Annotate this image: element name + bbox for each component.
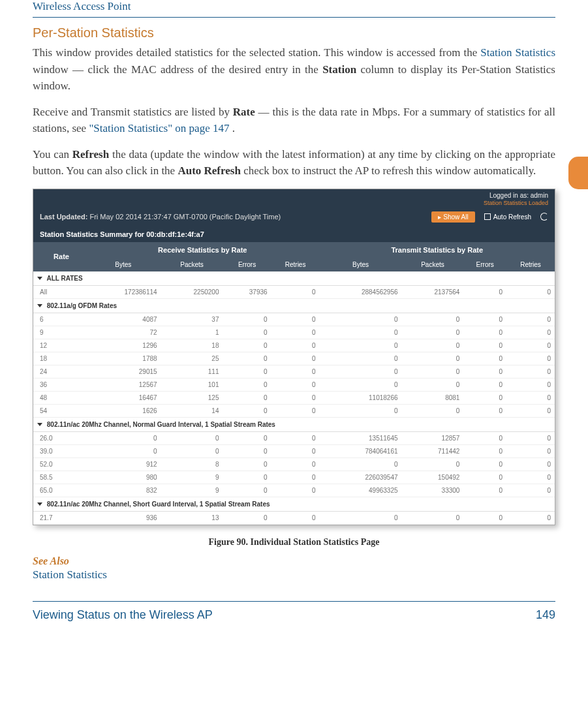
text: . — [232, 122, 235, 134]
collapse-icon — [37, 423, 42, 426]
cell-value: 125 — [161, 391, 223, 404]
cell-value: 13511645 — [320, 431, 402, 444]
cell-value: 0 — [271, 484, 320, 497]
figure-caption: Figure 90. Individual Station Statistics… — [33, 537, 555, 548]
cell-value: 0 — [463, 391, 506, 404]
cell-value: 2884562956 — [320, 285, 402, 298]
see-also-link[interactable]: Station Statistics — [33, 568, 555, 581]
checkbox-icon — [484, 213, 491, 220]
cell-value: 0 — [463, 404, 506, 417]
cell-value: 4087 — [85, 313, 161, 326]
cell-value: 0 — [223, 471, 271, 484]
link-station-statistics-page[interactable]: "Station Statistics" on page 147 — [89, 122, 229, 134]
cell-value: 0 — [223, 339, 271, 352]
cell-value: 0 — [85, 431, 161, 444]
cell-value: 0 — [320, 457, 402, 471]
cell-value: 0 — [223, 404, 271, 417]
last-updated-bar: Last Updated: Fri May 02 2014 21:37:47 G… — [33, 208, 555, 226]
cell-value: 0 — [506, 511, 555, 524]
table-row: 3612567101000000 — [33, 378, 555, 391]
col-errors-rx: Errors — [223, 258, 271, 271]
last-updated-value: Fri May 02 2014 21:37:47 GMT-0700 (Pacif… — [89, 213, 281, 221]
collapse-icon — [37, 503, 42, 506]
cell-value: 0 — [320, 511, 402, 524]
section-label: 802.11n/ac 20Mhz Channel, Short Guard In… — [45, 501, 270, 508]
cell-value: 0 — [271, 444, 320, 457]
running-header: Wireless Access Point — [33, 0, 555, 18]
col-errors-tx: Errors — [463, 258, 506, 271]
cell-value: 172386114 — [85, 285, 161, 298]
table-row: 65.0832900499633253330000 — [33, 484, 555, 497]
cell-value: 0 — [271, 365, 320, 378]
cell-value: 0 — [402, 511, 464, 524]
cell-value: 0 — [271, 471, 320, 484]
cell-value: 0 — [506, 404, 555, 417]
table-row: 52.09128000000 — [33, 457, 555, 471]
expand-icon: ▸ — [438, 213, 441, 221]
cell-rate: 52.0 — [33, 457, 85, 471]
table-row: 48164671250011018266808100 — [33, 391, 555, 404]
link-station-statistics[interactable]: Station Statistics — [480, 46, 555, 59]
toolbar-right: ▸ Show All Auto Refresh — [431, 211, 548, 223]
cell-value: 9 — [161, 484, 223, 497]
refresh-icon[interactable] — [540, 213, 548, 221]
cell-value: 0 — [271, 313, 320, 326]
cell-value: 0 — [320, 313, 402, 326]
table-row: 26.00000135116451285700 — [33, 431, 555, 444]
table-row: 54162614000000 — [33, 404, 555, 417]
paragraph-1: This window provides detailed statistics… — [33, 44, 555, 95]
cell-value: 0 — [506, 313, 555, 326]
cell-value: 13 — [161, 511, 223, 524]
cell-value: 150492 — [402, 471, 464, 484]
table-header: Rate Receive Statistics by Rate Transmit… — [33, 242, 555, 271]
table-row: 39.0000078406416171144200 — [33, 444, 555, 457]
table-section-header[interactable]: ALL RATES — [33, 271, 555, 286]
cell-value: 0 — [506, 431, 555, 444]
cell-value: 936 — [85, 511, 161, 524]
table-section-header[interactable]: 802.11n/ac 20Mhz Channel, Short Guard In… — [33, 497, 555, 511]
table-row: All1723861142250200379360288456295621375… — [33, 285, 555, 298]
cell-rate: 9 — [33, 326, 85, 339]
cell-value: 0 — [271, 285, 320, 298]
cell-rate: 12 — [33, 339, 85, 352]
cell-value: 0 — [463, 352, 506, 365]
collapse-icon — [37, 277, 42, 280]
table-row: 18178825000000 — [33, 352, 555, 365]
cell-value: 9 — [161, 471, 223, 484]
cell-rate: 39.0 — [33, 444, 85, 457]
cell-rate: 26.0 — [33, 431, 85, 444]
text: window — click the MAC address of the de… — [33, 63, 322, 76]
collapse-icon — [37, 304, 42, 307]
table-row: 6408737000000 — [33, 313, 555, 326]
auto-refresh-label: Auto Refresh — [493, 213, 531, 221]
cell-value: 0 — [506, 285, 555, 298]
show-all-button[interactable]: ▸ Show All — [431, 211, 474, 223]
bold-rate: Rate — [233, 106, 255, 118]
table-body: ALL RATESAll1723861142250200379360288456… — [33, 271, 555, 525]
bold-station: Station — [322, 63, 356, 76]
auto-refresh-toggle[interactable]: Auto Refresh — [484, 213, 531, 221]
cell-value: 0 — [463, 339, 506, 352]
cell-value: 0 — [463, 444, 506, 457]
cell-value: 0 — [320, 404, 402, 417]
cell-value: 0 — [463, 326, 506, 339]
cell-value: 0 — [223, 378, 271, 391]
col-packets-rx: Packets — [161, 258, 223, 271]
table-row: 58.598090022603954715049200 — [33, 471, 555, 484]
text: Receive and Transmit statistics are list… — [33, 106, 233, 118]
cell-value: 0 — [506, 444, 555, 457]
cell-value: 0 — [161, 444, 223, 457]
cell-value: 0 — [463, 431, 506, 444]
cell-value: 0 — [506, 457, 555, 471]
cell-value: 0 — [223, 365, 271, 378]
cell-value: 0 — [223, 313, 271, 326]
cell-value: 0 — [463, 378, 506, 391]
table-section-header[interactable]: 802.11n/ac 20Mhz Channel, Normal Guard I… — [33, 417, 555, 431]
table-row: 12129618000000 — [33, 339, 555, 352]
see-also-heading: See Also — [33, 555, 555, 567]
cell-value: 0 — [402, 352, 464, 365]
table-section-header[interactable]: 802.11a/g OFDM Rates — [33, 298, 555, 313]
cell-value: 0 — [463, 365, 506, 378]
cell-value: 1788 — [85, 352, 161, 365]
cell-value: 33300 — [402, 484, 464, 497]
